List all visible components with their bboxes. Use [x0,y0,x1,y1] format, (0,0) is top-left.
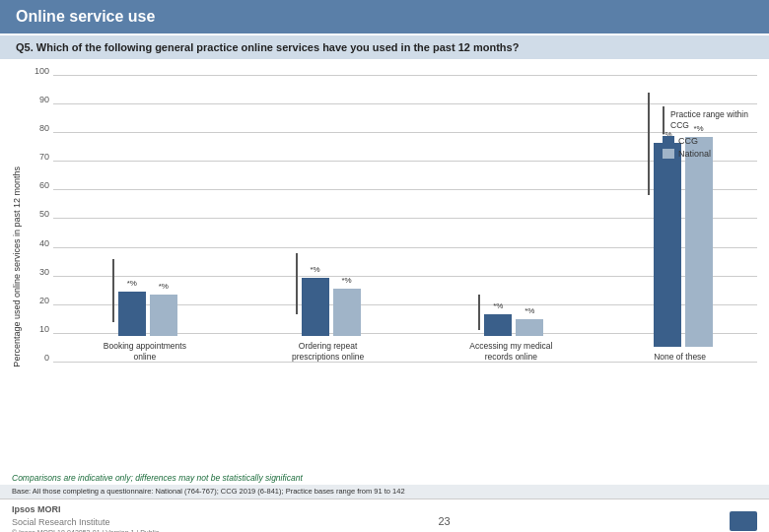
national-bar: *% [685,137,713,347]
bar-group: *%*%Booking appointments online [98,259,191,363]
footer-brand-icon [730,511,757,531]
range-line [478,295,480,330]
range-legend-label: Practice range within CCG [670,109,749,131]
bar-group: *%*%Accessing my medical records online [464,295,558,363]
range-line [648,93,650,195]
question-bar: Q5. Which of the following general pract… [0,35,769,59]
range-line [296,253,298,314]
ccg-bar: *% [302,278,329,336]
bar-group-label: Accessing my medical records online [464,341,558,363]
page-number: 23 [439,515,451,527]
national-bar: *% [150,295,177,336]
footer: Ipsos MORI Social Research Institute © I… [0,499,769,532]
bar-group-label: Ordering repeat prescriptions online [281,341,375,363]
comparisons-note: Comparisons are indicative only; differe… [0,471,769,485]
national-legend-label: National [678,149,711,159]
ccg-bar: *% [484,314,512,336]
chart-legend: Practice range within CCG CCG National [663,106,749,162]
header-title: Online service use [16,8,155,25]
bar-group-label: Booking appointments online [98,341,191,363]
footer-logo: Ipsos MORI Social Research Institute © I… [12,503,159,532]
bar-group: *%*%Ordering repeat prescriptions online [281,253,375,363]
ccg-legend-label: CCG [678,136,698,146]
national-bar: *% [516,319,543,336]
question-text: Q5. Which of the following general pract… [16,41,519,53]
ccg-bar: *% [118,292,146,336]
base-text: Base: All those completing a questionnai… [0,485,769,499]
range-line [112,259,114,322]
bar-group-label: None of these [654,352,706,363]
national-bar: *% [333,289,361,336]
ccg-bar: *% [654,143,681,347]
header: Online service use [0,0,769,33]
y-axis-label: Percentage used online services in past … [12,166,22,367]
